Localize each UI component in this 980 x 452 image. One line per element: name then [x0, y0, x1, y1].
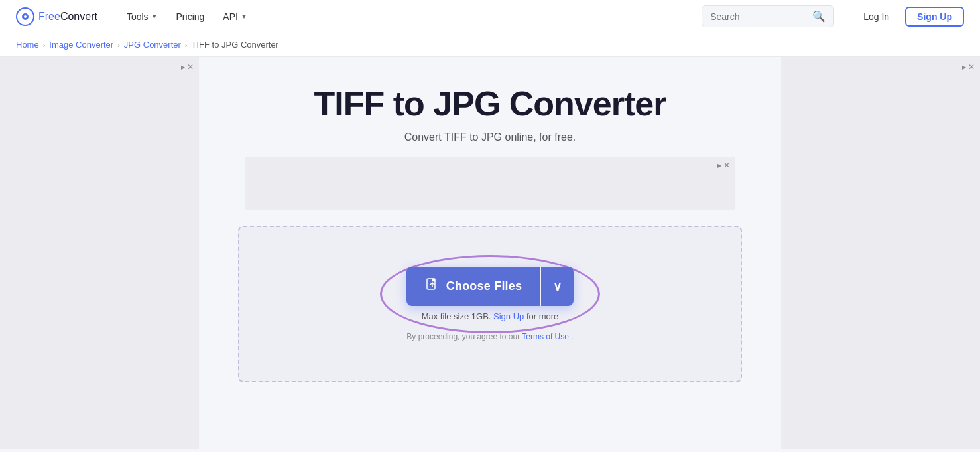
nav-api[interactable]: API ▼	[215, 7, 255, 26]
breadcrumb-sep-1: ›	[43, 41, 46, 49]
drop-zone[interactable]: Choose Files ∨ Max file size 1GB. Sign U…	[238, 226, 742, 382]
ad-triangle-icon: ▶	[181, 64, 185, 70]
ad-banner-x-button[interactable]: ✕	[723, 161, 730, 170]
choose-files-group: Choose Files ∨	[406, 267, 574, 306]
breadcrumb-sep-2: ›	[117, 41, 120, 49]
right-ad-badge: ▶ ✕	[962, 62, 975, 72]
terms-suffix: .	[571, 332, 573, 341]
logo-text: FreeConvert	[38, 11, 97, 23]
right-sidebar-ad: ▶ ✕	[781, 57, 980, 449]
search-area: 🔍	[702, 5, 834, 27]
left-ad-badge: ▶ ✕	[181, 62, 194, 72]
search-icon[interactable]: 🔍	[812, 10, 826, 23]
page-subtitle: Convert TIFF to JPG online, for free.	[215, 131, 765, 143]
page-title-section: TIFF to JPG Converter Convert TIFF to JP…	[215, 57, 765, 157]
logo-free: Free	[38, 11, 60, 22]
logo[interactable]: FreeConvert	[16, 7, 97, 26]
upload-svg-icon	[425, 277, 440, 292]
breadcrumb-jpg-converter[interactable]: JPG Converter	[124, 40, 181, 50]
signup-link[interactable]: Sign Up	[493, 311, 524, 321]
auth-buttons: Log In Sign Up	[855, 7, 964, 27]
logo-convert: Convert	[60, 11, 97, 22]
breadcrumb-image-converter[interactable]: Image Converter	[49, 40, 113, 50]
choose-files-wrapper: Choose Files ∨ Max file size 1GB. Sign U…	[406, 267, 574, 321]
choose-files-button[interactable]: Choose Files	[406, 267, 540, 306]
dropdown-chevron-icon: ∨	[553, 279, 562, 294]
ad-banner-badge: ▶ ✕	[717, 161, 730, 170]
terms-link[interactable]: Terms of Use	[522, 332, 569, 341]
breadcrumb: Home › Image Converter › JPG Converter ›…	[0, 33, 980, 57]
ad-x-button[interactable]: ✕	[187, 62, 194, 72]
api-chevron-icon: ▼	[241, 13, 247, 20]
nav-pricing[interactable]: Pricing	[168, 7, 213, 26]
login-button[interactable]: Log In	[855, 7, 897, 26]
breadcrumb-sep-3: ›	[185, 41, 188, 49]
right-ad-triangle-icon: ▶	[962, 64, 966, 70]
nav-tools[interactable]: Tools ▼	[119, 7, 166, 26]
ad-banner-triangle-icon: ▶	[717, 163, 721, 169]
max-size-text: Max file size 1GB.	[422, 311, 491, 321]
left-sidebar-ad: ▶ ✕	[0, 57, 199, 449]
tools-chevron-icon: ▼	[151, 13, 158, 20]
ad-banner: ▶ ✕	[245, 157, 735, 210]
page-title: TIFF to JPG Converter	[215, 84, 765, 123]
more-text: for more	[526, 311, 558, 321]
info-text: Max file size 1GB. Sign Up for more	[422, 311, 559, 321]
terms-prefix: By proceeding, you agree to our	[406, 332, 520, 341]
logo-icon	[16, 7, 34, 26]
choose-files-dropdown-button[interactable]: ∨	[541, 267, 574, 306]
main-nav: Tools ▼ Pricing API ▼	[119, 7, 680, 26]
search-input[interactable]	[710, 11, 807, 22]
file-upload-icon	[425, 277, 440, 295]
content-area: TIFF to JPG Converter Convert TIFF to JP…	[199, 57, 781, 449]
right-ad-x-button[interactable]: ✕	[968, 62, 975, 72]
choose-files-label: Choose Files	[446, 279, 522, 293]
breadcrumb-current: TIFF to JPG Converter	[192, 40, 278, 50]
signup-button[interactable]: Sign Up	[905, 7, 964, 27]
terms-text: By proceeding, you agree to our Terms of…	[406, 332, 573, 341]
svg-point-2	[24, 15, 27, 18]
main-layout: ▶ ✕ TIFF to JPG Converter Convert TIFF t…	[0, 57, 980, 449]
breadcrumb-home[interactable]: Home	[16, 40, 39, 50]
